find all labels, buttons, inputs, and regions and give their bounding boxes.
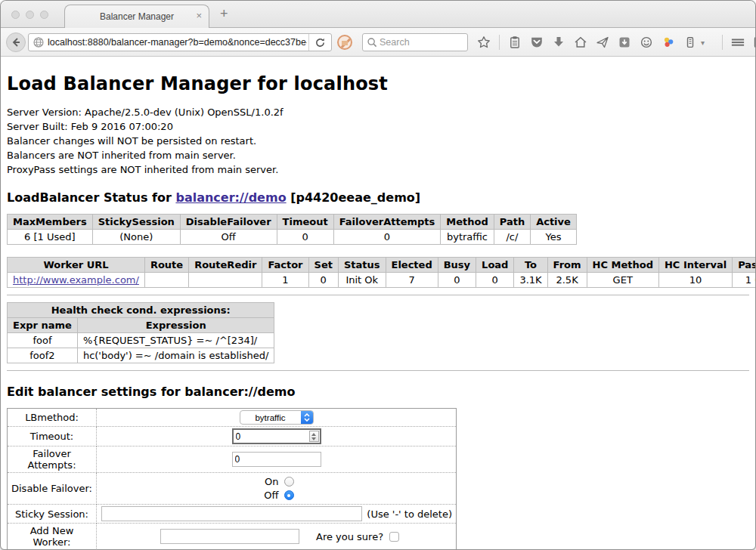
form-row: Add New Worker: Are you sure? [8, 524, 457, 550]
reload-button[interactable] [308, 34, 331, 51]
header-cell: Path [494, 215, 530, 230]
table-cell: 1 (0) [733, 273, 755, 288]
sticky-session-input[interactable] [101, 506, 362, 521]
failover-attempts-input[interactable] [232, 452, 321, 467]
expression-cell: hc('body') =~ /domain is established/ [77, 348, 274, 363]
send-icon[interactable] [596, 36, 609, 49]
server-info: Server Version: Apache/2.5.0-dev (Unix) … [7, 105, 749, 177]
header-cell: Expression [77, 318, 274, 333]
header-cell: Set [308, 258, 338, 273]
table-cell: /c/ [494, 230, 530, 245]
browser-window: Balancer Manager × + [0, 0, 756, 550]
disable-failover-off-radio[interactable] [284, 490, 294, 500]
balancer-demo-link[interactable]: balancer://demo [175, 190, 286, 205]
page-content: Load Balancer Manager for localhost Serv… [1, 57, 755, 550]
inherit-note-line: Balancers are NOT inherited from main se… [7, 148, 749, 162]
header-cell: From [547, 258, 587, 273]
header-cell: Elected [386, 258, 438, 273]
confirm-checkbox[interactable] [389, 532, 399, 542]
table-cell: 0 [476, 273, 514, 288]
back-button[interactable] [6, 32, 26, 52]
window-zoom-button[interactable] [40, 11, 48, 19]
table-cell: 0 [333, 230, 441, 245]
chat-smiley-icon[interactable] [640, 36, 653, 49]
header-cell: DisableFailover [180, 215, 277, 230]
header-cell: To [514, 258, 547, 273]
confirm-label: Are you sure? [316, 531, 383, 542]
status-heading-suffix: [p4420eeae_demo] [287, 190, 421, 205]
timeout-label: Timeout: [8, 427, 97, 446]
persist-note-line: Balancer changes will NOT be persisted o… [7, 134, 749, 148]
radio-off-label: Off [259, 490, 279, 501]
expression-cell: %{REQUEST_STATUS} =~ /^[234]/ [77, 333, 274, 348]
sticky-session-label: Sticky Session: [8, 505, 97, 524]
table-header-row: Expr name Expression [8, 318, 274, 333]
form-row: Sticky Session: (Use '-' to delete) [8, 505, 457, 524]
content-blocked-icon[interactable] [337, 35, 352, 50]
table-cell: 0 [277, 230, 333, 245]
home-icon[interactable] [574, 36, 587, 49]
reader-battery-icon[interactable] [683, 36, 697, 49]
disable-failover-on-radio[interactable] [284, 477, 294, 487]
pocket-icon[interactable] [530, 36, 544, 49]
new-worker-input[interactable] [160, 529, 299, 544]
search-input[interactable] [378, 36, 464, 48]
chevron-down-icon[interactable]: ▾ [701, 39, 705, 47]
select-stepper-icon [301, 410, 313, 425]
add-new-worker-label: Add New Worker: [8, 524, 97, 550]
table-header-row: Worker URL Route RouteRedir Factor Set S… [8, 258, 756, 273]
back-arrow-icon [11, 37, 21, 48]
reload-icon [314, 37, 326, 48]
worker-url-link[interactable]: http://www.example.com/ [13, 274, 139, 286]
site-globe-icon [33, 36, 45, 48]
health-table-title: Health check cond. expressions: [8, 303, 274, 318]
number-spinner[interactable] [309, 431, 319, 442]
url-input[interactable] [46, 37, 308, 48]
search-bar[interactable] [362, 33, 468, 51]
table-header-row: MaxMembers StickySession DisableFailover… [8, 215, 577, 230]
lbmethod-label: LBmethod: [8, 409, 97, 427]
table-cell: Off [180, 230, 277, 245]
worker-url-cell: http://www.example.com/ [8, 273, 145, 288]
bookmarks-clipboard-icon[interactable] [508, 36, 522, 49]
table-cell: 10 [658, 273, 732, 288]
header-cell: Factor [262, 258, 308, 273]
extension-download-icon[interactable] [618, 36, 631, 49]
colored-dots-icon[interactable] [662, 36, 675, 49]
lbmethod-select[interactable]: bytraffic [240, 410, 314, 425]
downloads-icon[interactable] [552, 36, 565, 49]
proxypass-note-line: ProxyPass settings are NOT inherited fro… [7, 162, 749, 177]
tab-balancer-manager[interactable]: Balancer Manager × [64, 5, 209, 28]
header-cell: Expr name [8, 318, 78, 333]
edit-settings-heading: Edit balancer settings for balancer://de… [7, 385, 749, 399]
url-bar[interactable] [28, 33, 332, 51]
status-heading: LoadBalancer Status for balancer://demo … [7, 190, 749, 205]
table-row: foof %{REQUEST_STATUS} =~ /^[234]/ [8, 333, 274, 348]
tab-title: Balancer Manager [100, 11, 174, 22]
header-cell: MaxMembers [8, 215, 93, 230]
tab-bar: Balancer Manager × + [1, 1, 755, 28]
table-cell: 6 [1 Used] [8, 230, 93, 245]
expr-name-cell: foof [8, 333, 78, 348]
timeout-input[interactable] [232, 428, 321, 444]
window-minimize-button[interactable] [26, 11, 34, 19]
header-cell: Passes [733, 258, 755, 273]
form-row: Failover Attempts: [8, 446, 457, 473]
table-cell: 1 [262, 273, 308, 288]
page-title: Load Balancer Manager for localhost [7, 73, 749, 94]
table-cell: bytraffic [441, 230, 494, 245]
window-close-button[interactable] [11, 11, 20, 19]
health-check-table: Health check cond. expressions: Expr nam… [7, 302, 274, 363]
header-cell: Active [531, 215, 577, 230]
header-cell: Method [441, 215, 494, 230]
new-tab-button[interactable]: + [220, 6, 228, 22]
tab-close-icon[interactable]: × [196, 11, 202, 20]
menu-icon[interactable] [731, 36, 745, 49]
table-cell: 7 [386, 273, 438, 288]
table-row: 6 [1 Used] (None) Off 0 0 bytraffic /c/ … [8, 230, 577, 245]
header-cell: Load [476, 258, 514, 273]
bookmark-star-icon[interactable] [477, 36, 491, 49]
header-cell: StickySession [92, 215, 180, 230]
scrapbook-icon[interactable] [753, 36, 756, 49]
table-cell: Yes [531, 230, 577, 245]
